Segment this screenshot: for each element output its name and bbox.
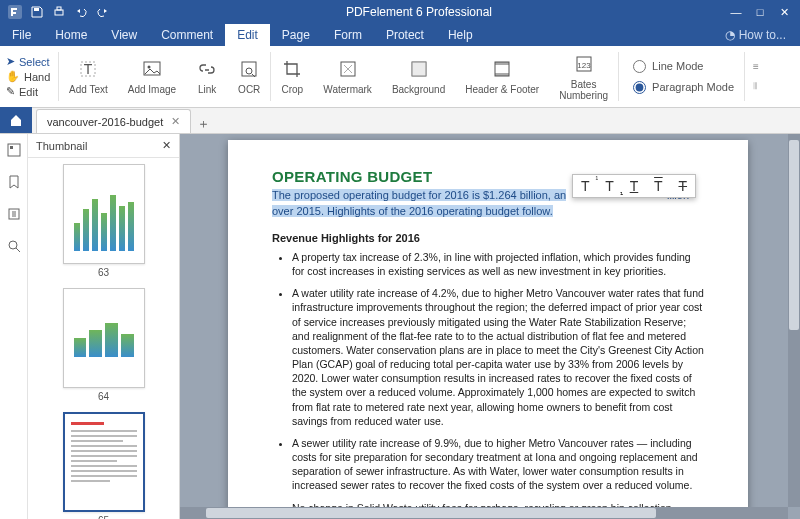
tool-ocr[interactable]: OCR [228,46,270,107]
menu-form[interactable]: Form [322,24,374,46]
bullet-list: A property tax increase of 2.3%, in line… [272,250,704,519]
tool-select[interactable]: ➤Select [6,55,58,68]
tab-close-icon[interactable]: ✕ [171,115,180,128]
distribute-icon[interactable]: ⫴ [753,80,759,92]
save-icon[interactable] [30,5,44,19]
superscript-button[interactable]: T¹ [576,178,594,194]
overline-button[interactable]: T [649,178,667,194]
svg-rect-14 [495,62,509,65]
svg-rect-18 [8,144,20,156]
background-icon [408,58,430,80]
header-footer-icon [491,58,513,80]
svg-point-7 [147,66,150,69]
thumbnail-close-icon[interactable]: ✕ [162,139,171,152]
list-item[interactable]: A property tax increase of 2.3%, in line… [292,250,704,278]
vertical-scrollbar[interactable] [788,134,800,507]
tabstrip: vancouver-2016-budget ✕ ＋ [0,108,800,134]
new-tab-button[interactable]: ＋ [191,115,215,133]
mode-paragraph[interactable]: Paragraph Mode [633,81,734,94]
subscript-button[interactable]: T₁ [601,178,619,194]
hand-icon: ✋ [6,70,20,83]
bates-icon: 123 [573,53,595,75]
tool-header-footer[interactable]: Header & Footer [455,46,549,107]
tool-add-image[interactable]: Add Image [118,46,186,107]
thumbnail-title: Thumbnail [36,140,87,152]
document-viewport[interactable]: OPERATING BUDGET The proposed operating … [180,134,800,519]
svg-text:T: T [84,61,93,77]
workarea: Thumbnail ✕ 63 64 65 OPERATING BUDGET Th… [0,134,800,519]
horizontal-scrollbar[interactable] [180,507,788,519]
maximize-button[interactable]: □ [750,6,770,19]
text-format-toolbar: T¹ T₁ T T T [572,174,696,198]
menu-home[interactable]: Home [43,24,99,46]
pencil-icon: ✎ [6,85,15,98]
tool-edit[interactable]: ✎Edit [6,85,58,98]
redo-icon[interactable] [96,5,110,19]
page-content[interactable]: OPERATING BUDGET The proposed operating … [228,140,748,519]
lightbulb-icon: ◔ [725,28,735,42]
svg-rect-1 [34,8,39,11]
mode-line[interactable]: Line Mode [633,60,734,73]
svg-rect-2 [55,10,63,15]
tool-crop[interactable]: Crop [271,46,313,107]
thumbnail-panel: Thumbnail ✕ 63 64 65 [28,134,180,519]
image-icon [141,58,163,80]
svg-text:123: 123 [577,61,591,70]
howto-link[interactable]: ◔ How to... [711,28,800,42]
menu-file[interactable]: File [0,24,43,46]
tool-bates[interactable]: 123Bates Numbering [549,46,618,107]
strikethrough-button[interactable]: T [674,178,692,194]
edit-mode-group: Line Mode Paragraph Mode [619,46,744,107]
side-rail [0,134,28,519]
close-button[interactable]: ✕ [774,6,794,19]
svg-rect-12 [412,62,426,76]
thumb-63[interactable]: 63 [28,164,179,278]
minimize-button[interactable]: — [726,6,746,19]
text-icon: T [77,58,99,80]
thumbnails-rail-icon[interactable] [6,142,22,158]
list-item[interactable]: A sewer utility rate increase of 9.9%, d… [292,436,704,493]
crop-icon [281,58,303,80]
tool-hand[interactable]: ✋Hand [6,70,58,83]
svg-rect-15 [495,73,509,76]
ribbon: ➤Select ✋Hand ✎Edit TAdd Text Add Image … [0,46,800,108]
svg-point-9 [246,68,252,74]
thumb-65[interactable]: 65 [28,412,179,519]
svg-rect-3 [57,7,61,10]
tool-background[interactable]: Background [382,46,455,107]
menu-page[interactable]: Page [270,24,322,46]
tool-watermark[interactable]: Watermark [313,46,382,107]
app-logo-icon [8,5,22,19]
tool-link[interactable]: Link [186,46,228,107]
menu-edit[interactable]: Edit [225,24,270,46]
ocr-icon [238,58,260,80]
home-tab-button[interactable] [0,107,32,133]
menu-help[interactable]: Help [436,24,485,46]
watermark-icon [337,58,359,80]
underline-button[interactable]: T [625,178,643,194]
app-title: PDFelement 6 Professional [118,5,720,19]
search-rail-icon[interactable] [6,238,22,254]
subheading: Revenue Highlights for 2016 [272,232,704,244]
thumb-64[interactable]: 64 [28,288,179,402]
menubar: File Home View Comment Edit Page Form Pr… [0,24,800,46]
svg-point-21 [9,241,17,249]
menu-protect[interactable]: Protect [374,24,436,46]
svg-rect-19 [10,146,13,149]
bookmarks-rail-icon[interactable] [6,174,22,190]
cursor-icon: ➤ [6,55,15,68]
menu-comment[interactable]: Comment [149,24,225,46]
attach-rail-icon[interactable] [6,206,22,222]
align-icon[interactable]: ≡ [753,61,759,72]
menu-view[interactable]: View [99,24,149,46]
document-tab[interactable]: vancouver-2016-budget ✕ [36,109,191,133]
tool-add-text[interactable]: TAdd Text [59,46,118,107]
print-icon[interactable] [52,5,66,19]
tab-title: vancouver-2016-budget [47,116,163,128]
titlebar: PDFelement 6 Professional — □ ✕ [0,0,800,24]
link-icon [196,58,218,80]
list-item[interactable]: A water utility rate increase of 4.2%, d… [292,286,704,428]
undo-icon[interactable] [74,5,88,19]
